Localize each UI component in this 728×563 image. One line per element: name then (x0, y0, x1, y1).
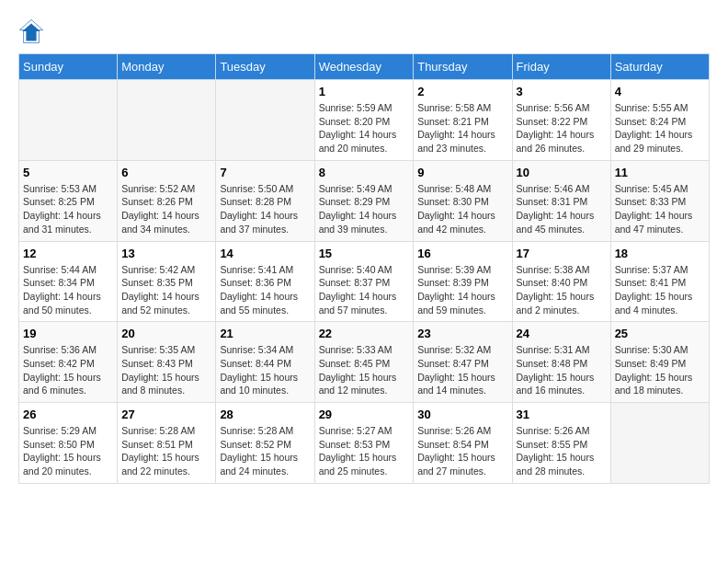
calendar-cell: 26Sunrise: 5:29 AMSunset: 8:50 PMDayligh… (19, 403, 118, 484)
day-info: Sunrise: 5:55 AMSunset: 8:24 PMDaylight:… (615, 101, 705, 155)
calendar-cell: 15Sunrise: 5:40 AMSunset: 8:37 PMDayligh… (314, 241, 414, 322)
calendar-cell (19, 80, 118, 161)
day-number: 1 (319, 85, 410, 98)
calendar-cell: 7Sunrise: 5:50 AMSunset: 8:28 PMDaylight… (216, 160, 314, 241)
day-number: 9 (417, 166, 507, 179)
calendar-cell: 25Sunrise: 5:30 AMSunset: 8:49 PMDayligh… (610, 322, 709, 403)
calendar-cell: 18Sunrise: 5:37 AMSunset: 8:41 PMDayligh… (610, 241, 709, 322)
calendar-week-row: 1Sunrise: 5:59 AMSunset: 8:20 PMDaylight… (19, 80, 710, 161)
calendar-cell: 13Sunrise: 5:42 AMSunset: 8:35 PMDayligh… (118, 241, 216, 322)
logo (18, 18, 48, 44)
calendar-cell: 20Sunrise: 5:35 AMSunset: 8:43 PMDayligh… (118, 322, 216, 403)
day-info: Sunrise: 5:33 AMSunset: 8:45 PMDaylight:… (319, 343, 410, 397)
calendar-cell: 11Sunrise: 5:45 AMSunset: 8:33 PMDayligh… (610, 160, 709, 241)
calendar-cell: 28Sunrise: 5:28 AMSunset: 8:52 PMDayligh… (216, 403, 314, 484)
calendar-cell: 17Sunrise: 5:38 AMSunset: 8:40 PMDayligh… (512, 241, 610, 322)
day-info: Sunrise: 5:42 AMSunset: 8:35 PMDaylight:… (121, 263, 211, 317)
day-of-week-header: Friday (512, 54, 610, 80)
calendar-cell: 4Sunrise: 5:55 AMSunset: 8:24 PMDaylight… (610, 80, 709, 161)
day-info: Sunrise: 5:31 AMSunset: 8:48 PMDaylight:… (517, 343, 607, 397)
day-info: Sunrise: 5:41 AMSunset: 8:36 PMDaylight:… (220, 263, 310, 317)
day-number: 25 (615, 327, 705, 340)
day-info: Sunrise: 5:59 AMSunset: 8:20 PMDaylight:… (319, 101, 410, 155)
day-number: 22 (319, 327, 410, 340)
day-number: 31 (517, 408, 607, 421)
day-info: Sunrise: 5:52 AMSunset: 8:26 PMDaylight:… (121, 182, 211, 236)
day-info: Sunrise: 5:53 AMSunset: 8:25 PMDaylight:… (23, 182, 113, 236)
header (18, 18, 710, 44)
calendar-cell (118, 80, 216, 161)
day-info: Sunrise: 5:56 AMSunset: 8:22 PMDaylight:… (517, 101, 607, 155)
day-info: Sunrise: 5:58 AMSunset: 8:21 PMDaylight:… (417, 101, 507, 155)
calendar-header-row: SundayMondayTuesdayWednesdayThursdayFrid… (19, 54, 710, 80)
day-number: 3 (517, 85, 607, 98)
calendar-cell (216, 80, 314, 161)
day-of-week-header: Monday (118, 54, 216, 80)
day-info: Sunrise: 5:28 AMSunset: 8:51 PMDaylight:… (121, 424, 211, 478)
day-info: Sunrise: 5:27 AMSunset: 8:53 PMDaylight:… (319, 424, 410, 478)
calendar-cell: 31Sunrise: 5:26 AMSunset: 8:55 PMDayligh… (512, 403, 610, 484)
calendar-cell: 5Sunrise: 5:53 AMSunset: 8:25 PMDaylight… (19, 160, 118, 241)
day-of-week-header: Sunday (19, 54, 118, 80)
day-number: 6 (121, 166, 211, 179)
day-number: 15 (319, 247, 410, 260)
day-info: Sunrise: 5:30 AMSunset: 8:49 PMDaylight:… (615, 343, 705, 397)
day-info: Sunrise: 5:49 AMSunset: 8:29 PMDaylight:… (319, 182, 410, 236)
day-info: Sunrise: 5:46 AMSunset: 8:31 PMDaylight:… (517, 182, 607, 236)
calendar-week-row: 26Sunrise: 5:29 AMSunset: 8:50 PMDayligh… (19, 403, 710, 484)
day-info: Sunrise: 5:32 AMSunset: 8:47 PMDaylight:… (417, 343, 507, 397)
day-number: 26 (23, 408, 113, 421)
calendar-cell: 3Sunrise: 5:56 AMSunset: 8:22 PMDaylight… (512, 80, 610, 161)
day-number: 29 (319, 408, 410, 421)
calendar-cell: 24Sunrise: 5:31 AMSunset: 8:48 PMDayligh… (512, 322, 610, 403)
day-info: Sunrise: 5:29 AMSunset: 8:50 PMDaylight:… (23, 424, 113, 478)
calendar-cell: 10Sunrise: 5:46 AMSunset: 8:31 PMDayligh… (512, 160, 610, 241)
day-info: Sunrise: 5:37 AMSunset: 8:41 PMDaylight:… (615, 263, 705, 317)
day-number: 7 (220, 166, 310, 179)
calendar-week-row: 5Sunrise: 5:53 AMSunset: 8:25 PMDaylight… (19, 160, 710, 241)
calendar-cell: 2Sunrise: 5:58 AMSunset: 8:21 PMDaylight… (414, 80, 512, 161)
day-info: Sunrise: 5:48 AMSunset: 8:30 PMDaylight:… (417, 182, 507, 236)
day-info: Sunrise: 5:38 AMSunset: 8:40 PMDaylight:… (517, 263, 607, 317)
day-info: Sunrise: 5:34 AMSunset: 8:44 PMDaylight:… (220, 343, 310, 397)
day-info: Sunrise: 5:28 AMSunset: 8:52 PMDaylight:… (220, 424, 310, 478)
day-info: Sunrise: 5:40 AMSunset: 8:37 PMDaylight:… (319, 263, 410, 317)
day-of-week-header: Thursday (414, 54, 512, 80)
calendar-cell (610, 403, 709, 484)
day-number: 20 (121, 327, 211, 340)
calendar-week-row: 19Sunrise: 5:36 AMSunset: 8:42 PMDayligh… (19, 322, 710, 403)
day-number: 30 (417, 408, 507, 421)
day-number: 19 (23, 327, 113, 340)
day-number: 23 (417, 327, 507, 340)
day-number: 17 (517, 247, 607, 260)
calendar-cell: 22Sunrise: 5:33 AMSunset: 8:45 PMDayligh… (314, 322, 414, 403)
day-number: 4 (615, 85, 705, 98)
calendar-week-row: 12Sunrise: 5:44 AMSunset: 8:34 PMDayligh… (19, 241, 710, 322)
day-number: 5 (23, 166, 113, 179)
calendar-cell: 12Sunrise: 5:44 AMSunset: 8:34 PMDayligh… (19, 241, 118, 322)
calendar-cell: 27Sunrise: 5:28 AMSunset: 8:51 PMDayligh… (118, 403, 216, 484)
calendar-cell: 8Sunrise: 5:49 AMSunset: 8:29 PMDaylight… (314, 160, 414, 241)
calendar-cell: 30Sunrise: 5:26 AMSunset: 8:54 PMDayligh… (414, 403, 512, 484)
day-number: 8 (319, 166, 410, 179)
day-number: 27 (121, 408, 211, 421)
day-number: 24 (517, 327, 607, 340)
day-number: 13 (121, 247, 211, 260)
calendar-cell: 21Sunrise: 5:34 AMSunset: 8:44 PMDayligh… (216, 322, 314, 403)
logo-icon (18, 18, 44, 44)
calendar-cell: 19Sunrise: 5:36 AMSunset: 8:42 PMDayligh… (19, 322, 118, 403)
day-number: 14 (220, 247, 310, 260)
calendar-cell: 29Sunrise: 5:27 AMSunset: 8:53 PMDayligh… (314, 403, 414, 484)
calendar-cell: 14Sunrise: 5:41 AMSunset: 8:36 PMDayligh… (216, 241, 314, 322)
calendar-cell: 1Sunrise: 5:59 AMSunset: 8:20 PMDaylight… (314, 80, 414, 161)
day-info: Sunrise: 5:35 AMSunset: 8:43 PMDaylight:… (121, 343, 211, 397)
day-number: 16 (417, 247, 507, 260)
day-number: 11 (615, 166, 705, 179)
calendar-cell: 9Sunrise: 5:48 AMSunset: 8:30 PMDaylight… (414, 160, 512, 241)
day-of-week-header: Tuesday (216, 54, 314, 80)
day-info: Sunrise: 5:45 AMSunset: 8:33 PMDaylight:… (615, 182, 705, 236)
day-number: 2 (417, 85, 507, 98)
day-info: Sunrise: 5:50 AMSunset: 8:28 PMDaylight:… (220, 182, 310, 236)
day-info: Sunrise: 5:36 AMSunset: 8:42 PMDaylight:… (23, 343, 113, 397)
day-of-week-header: Saturday (610, 54, 709, 80)
